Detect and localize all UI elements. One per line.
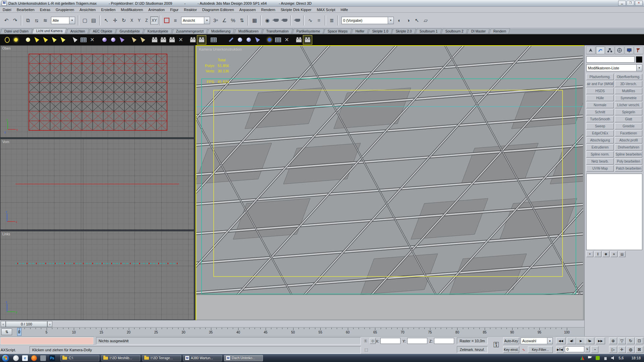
angle-snap-icon[interactable]: ∠ xyxy=(220,16,229,25)
tab-soulbourn-1[interactable]: Soulbourn 1 xyxy=(416,28,442,34)
percent-snap-icon[interactable]: % xyxy=(229,16,237,25)
menu-item-anpassen[interactable]: Anpassen xyxy=(237,7,259,12)
camera-extra2-icon[interactable] xyxy=(303,36,312,44)
tab-konturobjekte[interactable]: Konturobjekte xyxy=(144,28,172,34)
cp-tab-hierarchy[interactable] xyxy=(605,46,614,54)
modifier-button-spline-norm-[interactable]: Spline norm. xyxy=(586,151,614,158)
menu-item-animation[interactable]: Animation xyxy=(146,7,167,12)
key-mode-toggle[interactable]: ▶‖◀ xyxy=(556,346,564,353)
cp-tab-motion[interactable] xyxy=(615,46,624,54)
selection-set-dropdown[interactable]: Auswahl▼ xyxy=(521,338,553,344)
go-to-start-button[interactable]: ◀◀ xyxy=(556,338,566,344)
free-spot-icon[interactable] xyxy=(41,36,50,44)
go-to-end-button[interactable]: ▶▶ xyxy=(596,338,605,344)
mirror-icon[interactable] xyxy=(162,16,171,25)
taskbar-button-2[interactable]: I:\3D Terrage... xyxy=(142,355,181,361)
set-key-mode-button[interactable]: Key einst. xyxy=(503,346,519,353)
frame-number-field[interactable]: 0 xyxy=(565,346,584,352)
isolate-icon[interactable]: ⬚ xyxy=(363,347,370,353)
modifier-button-poly-bearbeiten[interactable]: Poly bearbeiten xyxy=(615,158,642,165)
cp-tab-display[interactable] xyxy=(625,46,634,54)
environment-teapot-icon[interactable] xyxy=(293,16,302,25)
layer-manager-icon[interactable]: ≣ xyxy=(327,16,336,25)
tab-zusammengesetzt[interactable]: Zusammengesetzt xyxy=(172,28,208,34)
make-unique-icon[interactable]: ✱ xyxy=(602,251,609,257)
named-selection-sets-icon[interactable]: ▦ xyxy=(250,16,259,25)
modifier-button-uvw-map[interactable]: UVW-Map xyxy=(586,165,614,172)
tray-volume-icon[interactable] xyxy=(611,356,615,360)
auto-key-button[interactable]: Auto-Key xyxy=(503,338,519,344)
spot-tan-icon[interactable] xyxy=(129,36,138,44)
lister2-icon[interactable] xyxy=(274,36,282,44)
modifier-button-sweep[interactable]: Sweep xyxy=(586,123,614,129)
menu-item-erstellen[interactable]: Erstellen xyxy=(98,7,118,12)
sun-light-icon[interactable] xyxy=(11,36,20,44)
cp-tab-modify[interactable] xyxy=(596,46,605,54)
modifier-button-greeble[interactable]: Greeble xyxy=(615,123,642,129)
menu-item-datei[interactable]: Datei xyxy=(0,7,14,12)
modifier-button-netz-bearb-[interactable]: Netz bearb. xyxy=(586,158,614,165)
modifier-button-pfadverformg-[interactable]: Pfadverformg. xyxy=(586,74,614,80)
snap-toggle-3d-icon[interactable]: 3ⁿ xyxy=(211,16,220,25)
camera-extra-icon[interactable] xyxy=(294,36,303,44)
light-lister-icon[interactable] xyxy=(79,36,88,44)
modifier-button-facettieren[interactable]: Facettieren xyxy=(615,130,642,136)
menu-item-bearbeiten[interactable]: Bearbeiten xyxy=(14,7,37,12)
schematic-view-icon[interactable]: ⌗ xyxy=(315,16,323,25)
viewport-left[interactable]: Links zy xyxy=(0,231,194,320)
tab-rendern[interactable]: Rendern xyxy=(489,28,511,34)
modifier-button-oberflverformg-[interactable]: Oberflverformg. xyxy=(615,74,642,80)
free-direct-icon[interactable] xyxy=(58,36,67,44)
tab-soulbourn-2[interactable]: Soulbourn 2 xyxy=(441,28,468,34)
daylight-icon[interactable] xyxy=(265,36,274,44)
material-editor-icon[interactable]: ◉ xyxy=(263,16,272,25)
undo-icon[interactable]: ↶ xyxy=(2,16,11,25)
close-button[interactable]: ✕ xyxy=(635,1,643,6)
tab-partikelsysteme[interactable]: Partikelsysteme xyxy=(292,28,324,34)
axis-constraint-x[interactable]: X xyxy=(128,17,136,24)
camera-gray-icon[interactable] xyxy=(168,36,176,44)
track-bar[interactable]: ⇅ 0 051015202530354045505560657075808590… xyxy=(0,327,584,336)
next-frame-button[interactable]: › xyxy=(47,321,52,327)
reference-coordinate-dropdown[interactable]: Ansicht▼ xyxy=(181,17,210,24)
render-iterate-icon[interactable]: ◑ xyxy=(404,16,413,25)
pan-hand-icon[interactable]: ✛ xyxy=(618,346,626,353)
taskbar-button-1[interactable]: I:\3D Meshlib... xyxy=(101,355,140,361)
spinner-snap-icon[interactable]: ⇅ xyxy=(237,16,246,25)
modifier-button-abschr-profil[interactable]: Abschr.profil xyxy=(615,137,642,143)
tab-skripte-2-0[interactable]: Skripte 2.0 xyxy=(392,28,416,34)
set-key-icon[interactable]: ⚿ xyxy=(490,339,502,351)
menu-item-figur[interactable]: Figur xyxy=(167,7,181,12)
tab-di-master[interactable]: DI Master xyxy=(467,28,490,34)
show-end-result-icon[interactable]: ‖ xyxy=(594,251,601,257)
modifier-button-edgechex[interactable]: EdgeChEx xyxy=(586,130,614,136)
camera-pair2-icon[interactable] xyxy=(159,36,168,44)
render-region-icon[interactable]: ▱ xyxy=(421,16,430,25)
axis-constraint-z[interactable]: Z xyxy=(143,17,150,24)
tab-space-warps[interactable]: Space Warps xyxy=(324,28,352,34)
tab-modellierung[interactable]: Modellierung xyxy=(207,28,235,34)
menu-item-hilfe[interactable]: Hilfe xyxy=(338,7,351,12)
line-tool-icon[interactable] xyxy=(227,36,235,44)
ies-ex-light-icon[interactable] xyxy=(70,36,79,44)
tab-ansichten[interactable]: Ansichten xyxy=(66,28,89,34)
quicklaunch-app-icon[interactable] xyxy=(40,355,46,361)
modifier-button-patch-bearbeiten[interactable]: Patch bearbeiten xyxy=(615,165,642,172)
tray-nvidia-icon[interactable] xyxy=(595,356,600,360)
taskbar-button-3[interactable]: MA380 Wartun... xyxy=(183,355,222,361)
z-coordinate-field[interactable] xyxy=(434,338,454,344)
object-color-swatch[interactable] xyxy=(636,56,642,63)
menu-item-gruppieren[interactable]: Gruppieren xyxy=(53,7,77,12)
camera-select-icon[interactable] xyxy=(197,36,206,44)
quicklaunch-photoshop-icon[interactable]: Ps xyxy=(49,355,55,361)
configure-modifier-sets-icon[interactable]: ▤ xyxy=(619,251,626,257)
grid-helper-icon[interactable] xyxy=(209,36,218,44)
cp-tab-utilities[interactable] xyxy=(634,46,643,54)
orbit-camera-icon[interactable]: ↻ xyxy=(627,338,635,344)
orbit-icon[interactable]: ◍ xyxy=(627,346,635,353)
selection-fence-icon[interactable]: ▤ xyxy=(89,16,98,25)
modifier-button-hsds[interactable]: HSDS xyxy=(586,88,614,94)
modifier-button-spiegeln[interactable]: Spiegeln xyxy=(615,109,642,115)
key-filter-button[interactable]: Key-Filter... xyxy=(528,346,553,353)
tray-gpu-icon[interactable] xyxy=(580,356,585,360)
